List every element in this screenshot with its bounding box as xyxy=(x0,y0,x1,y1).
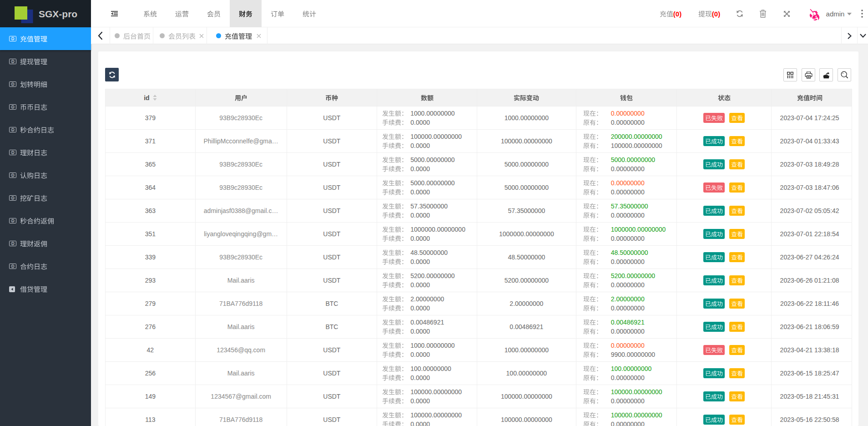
svg-text:1: 1 xyxy=(12,151,14,154)
svg-text:1: 1 xyxy=(12,37,14,40)
svg-text:1: 1 xyxy=(12,173,14,177)
svg-text:1: 1 xyxy=(12,219,14,222)
svg-text:1: 1 xyxy=(12,105,14,108)
svg-text:1: 1 xyxy=(12,196,14,199)
svg-text:1: 1 xyxy=(12,264,14,268)
svg-text:1: 1 xyxy=(12,242,14,245)
svg-text:1: 1 xyxy=(12,60,14,63)
svg-text:1: 1 xyxy=(12,128,14,131)
svg-text:1: 1 xyxy=(12,82,14,86)
